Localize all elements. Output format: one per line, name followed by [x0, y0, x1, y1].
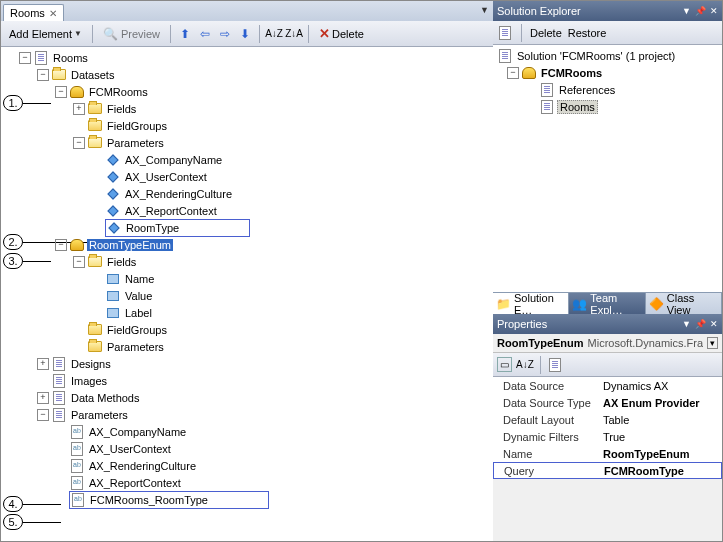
- param-icon: [69, 475, 85, 491]
- arrow-up-icon[interactable]: ⬆: [177, 26, 193, 42]
- tree-param[interactable]: AX_ReportContext: [1, 202, 493, 219]
- tree-datamethods[interactable]: +Data Methods: [1, 389, 493, 406]
- close-icon[interactable]: ✕: [710, 319, 718, 329]
- solution-explorer-icon: 📁: [496, 296, 511, 312]
- prop-row[interactable]: NameRoomTypeEnum: [493, 445, 722, 462]
- tree-parameters[interactable]: − Parameters: [1, 134, 493, 151]
- tree-param[interactable]: AX_ReportContext: [1, 474, 493, 491]
- solution-node[interactable]: Solution 'FCMRooms' (1 project): [493, 47, 722, 64]
- close-icon[interactable]: ✕: [710, 6, 718, 16]
- sort-za-icon[interactable]: Z↓A: [286, 26, 302, 42]
- prop-row[interactable]: Default LayoutTable: [493, 411, 722, 428]
- preview-button[interactable]: 🔍 Preview: [99, 24, 164, 44]
- designs-icon: [51, 356, 67, 372]
- folder-icon: [51, 67, 67, 83]
- images-icon: [51, 373, 67, 389]
- sort-az-icon[interactable]: A↓Z: [516, 359, 534, 370]
- tree-enum-fields[interactable]: − Fields: [1, 253, 493, 270]
- restore-button[interactable]: Restore: [568, 27, 607, 39]
- expander-icon[interactable]: −: [19, 52, 31, 64]
- tree-fieldgroups[interactable]: FieldGroups: [1, 117, 493, 134]
- delete-button[interactable]: Delete: [530, 27, 562, 39]
- model-editor-toolbar: Add Element ▼ 🔍 Preview ⬆ ⇦ ⇨ ⬇ A↓Z Z↓A …: [1, 21, 493, 47]
- tree-designs[interactable]: +Designs: [1, 355, 493, 372]
- params-icon: [51, 407, 67, 423]
- report-icon: [33, 50, 49, 66]
- dataset-icon: [69, 237, 85, 253]
- dataset-icon: [69, 84, 85, 100]
- property-pages-icon[interactable]: [547, 357, 563, 373]
- diamond-icon: [105, 186, 121, 202]
- properties-icon[interactable]: [497, 25, 513, 41]
- tree-enum-fieldgroups[interactable]: FieldGroups: [1, 321, 493, 338]
- delete-button[interactable]: ✕ Delete: [315, 24, 368, 43]
- solution-icon: [497, 48, 513, 64]
- param-icon: [69, 458, 85, 474]
- tree-fields[interactable]: + Fields: [1, 100, 493, 117]
- prop-row[interactable]: Data Source TypeAX Enum Provider: [493, 394, 722, 411]
- folder-icon: [87, 339, 103, 355]
- tree-field[interactable]: Value: [1, 287, 493, 304]
- arrow-right-icon[interactable]: ⇨: [217, 26, 233, 42]
- diamond-icon: [105, 203, 121, 219]
- tree-fcmrooms-roomtype[interactable]: FCMRooms_RoomType: [1, 491, 493, 508]
- tree-enum-params[interactable]: Parameters: [1, 338, 493, 355]
- prop-row[interactable]: Dynamic FiltersTrue: [493, 428, 722, 445]
- properties-header: Properties ▼ 📌 ✕: [493, 314, 722, 334]
- chevron-down-icon[interactable]: ▾: [707, 337, 718, 349]
- folder-icon: [87, 135, 103, 151]
- folder-icon: [87, 322, 103, 338]
- tab-solution-explorer[interactable]: 📁Solution E…: [493, 293, 569, 314]
- project-icon: [521, 65, 537, 81]
- references-node[interactable]: References: [493, 81, 722, 98]
- folder-icon: [87, 254, 103, 270]
- properties-toolbar: ▭ A↓Z: [493, 353, 722, 377]
- solution-explorer-toolbar: Delete Restore: [493, 21, 722, 45]
- solution-explorer-header: Solution Explorer ▼ 📌 ✕: [493, 1, 722, 21]
- pin-icon[interactable]: 📌: [695, 6, 706, 16]
- param-icon: [69, 441, 85, 457]
- pin-icon[interactable]: 📌: [695, 319, 706, 329]
- tree-images[interactable]: Images: [1, 372, 493, 389]
- tree-root[interactable]: − Rooms: [1, 49, 493, 66]
- tree-roomtype[interactable]: RoomType: [1, 219, 493, 236]
- diamond-icon: [105, 152, 121, 168]
- tab-overflow-icon[interactable]: ▼: [480, 5, 489, 15]
- arrow-left-icon[interactable]: ⇦: [197, 26, 213, 42]
- tree-param[interactable]: AX_CompanyName: [1, 151, 493, 168]
- prop-row-query[interactable]: QueryFCMRoomType: [493, 462, 722, 479]
- tree-param[interactable]: AX_CompanyName: [1, 423, 493, 440]
- tab-label: Rooms: [10, 7, 45, 19]
- tab-rooms[interactable]: Rooms ✕: [3, 4, 64, 21]
- close-icon[interactable]: ✕: [49, 8, 57, 19]
- methods-icon: [51, 390, 67, 406]
- tab-class-view[interactable]: 🔶Class View: [646, 293, 722, 314]
- tree-param[interactable]: AX_UserContext: [1, 168, 493, 185]
- tree-report-params[interactable]: −Parameters: [1, 406, 493, 423]
- tree-fcmrooms[interactable]: − FCMRooms: [1, 83, 493, 100]
- tree-roomtypeenum[interactable]: − RoomTypeEnum: [1, 236, 493, 253]
- project-node[interactable]: − FCMRooms: [493, 64, 722, 81]
- sort-az-icon[interactable]: A↓Z: [266, 26, 282, 42]
- tree-param[interactable]: AX_RenderingCulture: [1, 185, 493, 202]
- categorized-icon[interactable]: ▭: [497, 357, 512, 372]
- tree-field[interactable]: Name: [1, 270, 493, 287]
- tree-param[interactable]: AX_RenderingCulture: [1, 457, 493, 474]
- tree-field[interactable]: Label: [1, 304, 493, 321]
- chevron-down-icon: ▼: [74, 29, 82, 38]
- tab-strip: Rooms ✕ ▼: [1, 1, 493, 21]
- rooms-file-node[interactable]: Rooms: [493, 98, 722, 115]
- properties-object-selector[interactable]: RoomTypeEnum Microsoft.Dynamics.Framew ▾: [493, 334, 722, 353]
- tree-param[interactable]: AX_UserContext: [1, 440, 493, 457]
- tree-datasets[interactable]: − Datasets: [1, 66, 493, 83]
- dropdown-icon[interactable]: ▼: [682, 6, 691, 16]
- add-element-button[interactable]: Add Element ▼: [5, 26, 86, 42]
- arrow-down-icon[interactable]: ⬇: [237, 26, 253, 42]
- tab-team-explorer[interactable]: 👥Team Expl…: [569, 293, 645, 314]
- param-icon: [69, 424, 85, 440]
- dropdown-icon[interactable]: ▼: [682, 319, 691, 329]
- prop-row[interactable]: Data SourceDynamics AX: [493, 377, 722, 394]
- references-icon: [539, 82, 555, 98]
- solution-tree: Solution 'FCMRooms' (1 project) − FCMRoo…: [493, 45, 722, 292]
- properties-grid: Data SourceDynamics AX Data Source TypeA…: [493, 377, 722, 479]
